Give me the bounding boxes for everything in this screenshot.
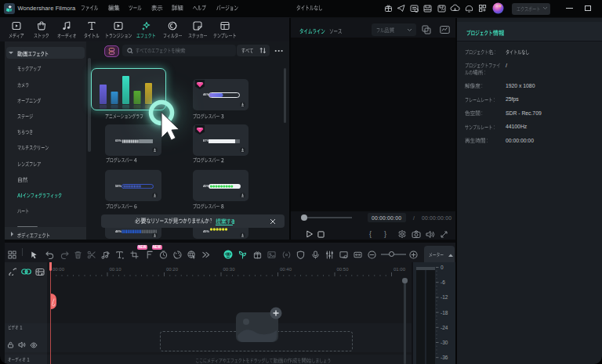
svg-text:00:50: 00:50	[337, 267, 350, 272]
svg-text:00:30: 00:30	[223, 267, 236, 272]
svg-text:-18: -18	[441, 310, 448, 315]
svg-text:01:00: 01:00	[393, 267, 406, 272]
svg-text:-30: -30	[441, 340, 448, 345]
svg-text:-6: -6	[441, 279, 445, 285]
svg-text:-12: -12	[441, 294, 448, 300]
svg-text:0: 0	[441, 265, 444, 270]
svg-text:-24: -24	[441, 325, 448, 330]
svg-text:00:40: 00:40	[280, 267, 292, 272]
svg-text:00:10: 00:10	[110, 267, 122, 272]
svg-text:-36: -36	[441, 355, 448, 360]
svg-text:00:20: 00:20	[166, 267, 179, 272]
svg-text:00:00: 00:00	[53, 267, 65, 272]
